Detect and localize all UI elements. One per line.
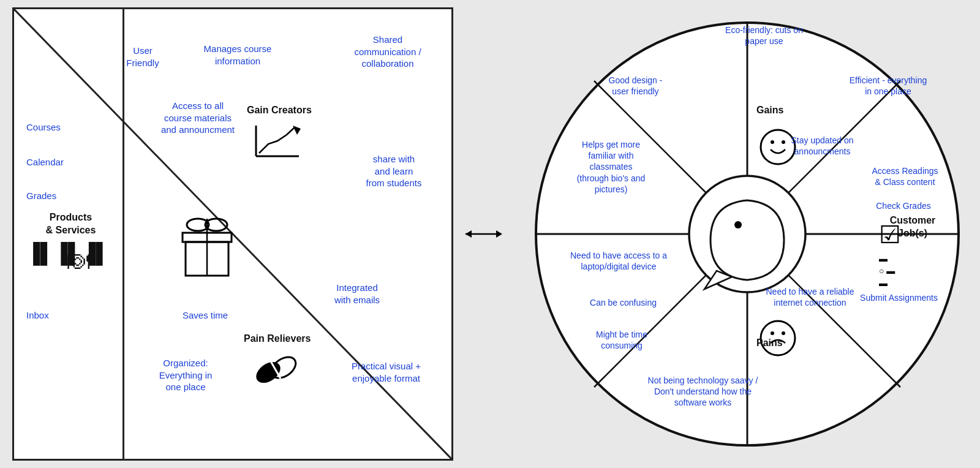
arrow-connector: [466, 228, 502, 240]
can-be-confusing-text: Can be confusing: [570, 297, 677, 308]
customer-jobs-label: CustomerJob(s): [876, 214, 949, 240]
practical-visual-text: Practical visual +enjoyable format: [333, 360, 440, 384]
eco-friendly-text: Eco-friendly: cuts onpaper use: [710, 25, 818, 47]
pain-relievers-label: Pain Relievers: [244, 333, 311, 345]
gift-box-icon: [176, 211, 238, 289]
inbox-label: Inbox: [26, 309, 49, 322]
saves-time-text: Saves time: [183, 309, 228, 322]
integrated-emails-text: Integratedwith emails: [305, 282, 409, 306]
organized-text: Organized:Everything inone place: [140, 357, 232, 393]
svg-marker-16: [466, 230, 472, 238]
access-readings-text: Access Readings& Class content: [848, 165, 962, 187]
svg-text:▬: ▬: [879, 278, 888, 288]
svg-text:○ ▬: ○ ▬: [879, 266, 895, 276]
courses-label: Courses: [26, 121, 61, 134]
svg-marker-4: [293, 126, 301, 135]
products-services-label: Products& Services: [20, 211, 121, 237]
manages-course-text: Manages courseinformation: [195, 43, 281, 67]
need-laptop-text: Need to have access to alaptop/digital d…: [548, 250, 689, 272]
service-bell-icon: 🍽: [66, 248, 89, 274]
not-tech-savvy-text: Not being technology saavy /Don't unders…: [622, 375, 784, 409]
svg-marker-15: [496, 230, 502, 238]
svg-point-32: [782, 331, 785, 335]
value-map-panel: Products& Services Courses Calendar Grad…: [12, 7, 453, 461]
pains-label: Pains: [756, 337, 783, 350]
good-design-text: Good design -user friendly: [582, 75, 689, 97]
svg-text:▬: ▬: [879, 254, 888, 263]
value-proposition-circle: ☑ ▬ ○ ▬ ▬ Gains Pains CustomerJob(s) Eco…: [514, 7, 980, 461]
need-internet-text: Need to have a reliableinternet connecti…: [750, 286, 870, 308]
access-all-text: Access to allcourse materialsand announc…: [149, 100, 247, 136]
grades-label: Grades: [26, 190, 56, 202]
share-learn-text: share withand learnfrom students: [345, 153, 443, 189]
shared-comm-text: Sharedcommunication /collaboration: [336, 34, 440, 70]
pill-icon: [253, 349, 299, 391]
calendar-label: Calendar: [26, 156, 64, 168]
gains-label: Gains: [756, 104, 783, 117]
check-grades-text: Check Grades: [858, 200, 949, 211]
stay-updated-text: Stay updated onannouncments: [769, 135, 876, 157]
svg-point-31: [771, 331, 774, 335]
main-container: Products& Services Courses Calendar Grad…: [12, 7, 968, 461]
gain-creators-label: Gain Creators: [247, 104, 312, 117]
user-friendly-text: UserFriendly: [109, 45, 176, 69]
chart-icon: [253, 123, 302, 167]
svg-point-26: [734, 221, 742, 228]
svg-point-11: [253, 358, 284, 387]
time-consuming-text: Might be timeconsuming: [570, 329, 674, 351]
efficient-text: Efficient - everythingin one place: [827, 75, 949, 97]
helps-familiar-text: Helps get morefamiliar withclassmates(th…: [554, 139, 668, 195]
